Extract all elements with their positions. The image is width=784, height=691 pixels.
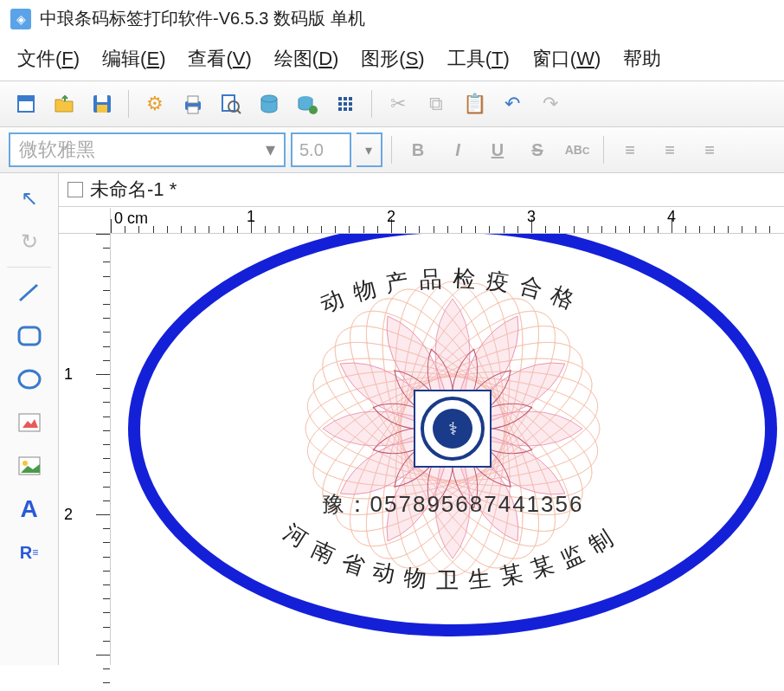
open-button[interactable] [47,87,81,121]
ruler-v-label: 1 [64,365,73,384]
align-right-button[interactable]: ≡ [692,132,727,167]
panel-separator [7,267,51,268]
align-left-button[interactable]: ≡ [613,132,647,167]
svg-rect-6 [188,96,198,103]
label-design[interactable]: 动物产品检疫合格 河南省动物卫生某某监制 ⚕ 豫：057895687441356 [128,234,777,636]
line-tool[interactable] [7,273,52,313]
ruler-h-label: 1 [247,208,255,226]
italic-button[interactable]: I [440,132,475,167]
database-link-button[interactable] [290,87,325,121]
text-tool[interactable]: A [7,489,52,529]
paste-button[interactable]: 📋 [457,87,492,121]
picture-tool[interactable] [7,446,52,486]
grid-icon [338,97,352,111]
format-toolbar: 微软雅黑 ▾ 5.0 ▾ B I U S ABC ≡ ≡ ≡ [0,127,784,173]
svg-point-21 [22,461,28,466]
copy-button[interactable]: ⧉ [419,87,453,121]
toolbar-separator [371,90,372,118]
dropdown-icon: ▾ [266,139,275,161]
workspace: ↖ ↻ A R≡ 未命名-1 * 0 cm 1234 12 [0,173,784,665]
ruler-corner [59,208,111,234]
print-button[interactable] [176,87,210,121]
menu-view[interactable]: 查看(V) [188,46,251,72]
preview-button[interactable] [214,87,248,121]
strikethrough-button[interactable]: S [520,132,555,167]
image-tool[interactable] [7,403,52,442]
svg-line-15 [20,285,37,300]
document-icon [67,182,83,197]
pointer-tool[interactable]: ↖ [7,178,52,218]
superscript-button[interactable]: ABC [560,132,594,167]
toolbar-separator [128,90,129,118]
database-button[interactable] [252,87,286,121]
seal-ring: ⚕ [421,397,485,461]
ruler-h-label: 4 [667,208,676,226]
menu-shape[interactable]: 图形(S) [361,46,424,72]
redo-button[interactable]: ↷ [533,87,568,121]
app-icon [10,9,31,29]
menubar: 文件(F) 编辑(E) 查看(V) 绘图(D) 图形(S) 工具(T) 窗口(W… [0,37,784,81]
undo-button[interactable]: ↶ [495,87,530,121]
center-seal[interactable]: ⚕ [414,390,492,468]
svg-point-14 [309,106,318,114]
svg-point-17 [19,371,40,388]
format-separator [391,136,392,164]
svg-rect-4 [97,105,107,113]
menu-tool[interactable]: 工具(T) [447,46,510,72]
cut-button[interactable]: ✂ [381,87,415,121]
top-arc-text[interactable]: 动物产品检疫合格 [318,266,588,318]
font-size-input[interactable]: 5.0 [291,132,351,167]
ruler-origin-label: 0 cm [114,210,148,228]
menu-window[interactable]: 窗口(W) [532,46,601,72]
richtext-tool[interactable]: R≡ [7,533,52,572]
menu-file[interactable]: 文件(F) [17,46,80,72]
font-select[interactable]: 微软雅黑 ▾ [9,132,286,167]
ruler-h-label: 2 [387,208,395,226]
svg-rect-7 [188,107,198,113]
menu-edit[interactable]: 编辑(E) [102,46,165,72]
svg-rect-3 [97,95,107,102]
tool-panel: ↖ ↻ A R≡ [0,173,59,665]
align-center-button[interactable]: ≡ [652,132,687,167]
font-size-dropdown[interactable]: ▾ [357,132,382,167]
rounded-rect-tool[interactable] [7,316,52,356]
ruler-h-label: 3 [527,208,536,226]
new-button[interactable] [9,87,43,121]
menu-help[interactable]: 帮助 [623,46,661,72]
bottom-arc-text[interactable]: 河南省动物卫生某某监制 [280,520,627,593]
horizontal-ruler[interactable]: 0 cm 1234 [111,208,784,234]
svg-line-10 [237,110,241,113]
document-tab-label: 未命名-1 * [90,177,177,203]
canvas-area: 未命名-1 * 0 cm 1234 12 [59,173,784,665]
grid-button[interactable] [328,87,363,121]
underline-button[interactable]: U [480,132,515,167]
svg-rect-16 [19,327,40,345]
settings-button[interactable]: ⚙ [138,87,172,121]
main-toolbar: ⚙ ✂ ⧉ 📋 ↶ ↷ [0,81,784,127]
window-title: 中琅条码标签打印软件-V6.5.3 数码版 单机 [40,7,365,30]
vertical-ruler[interactable]: 12 [59,234,111,665]
seal-inner-icon: ⚕ [433,409,472,449]
design-canvas[interactable]: 动物产品检疫合格 河南省动物卫生某某监制 ⚕ 豫：057895687441356 [111,234,784,665]
menu-draw[interactable]: 绘图(D) [274,46,339,72]
font-placeholder: 微软雅黑 [19,137,95,163]
ruler-v-label: 2 [64,506,73,524]
titlebar: 中琅条码标签打印软件-V6.5.3 数码版 单机 [0,0,784,37]
format-separator [603,136,604,164]
document-tab[interactable]: 未命名-1 * [59,173,784,207]
svg-rect-1 [18,96,34,101]
save-button[interactable] [85,87,119,121]
bold-button[interactable]: B [401,132,435,167]
serial-number-text[interactable]: 豫：057895687441356 [322,489,584,520]
ellipse-tool[interactable] [7,359,52,399]
rotate-tool[interactable]: ↻ [7,222,52,262]
